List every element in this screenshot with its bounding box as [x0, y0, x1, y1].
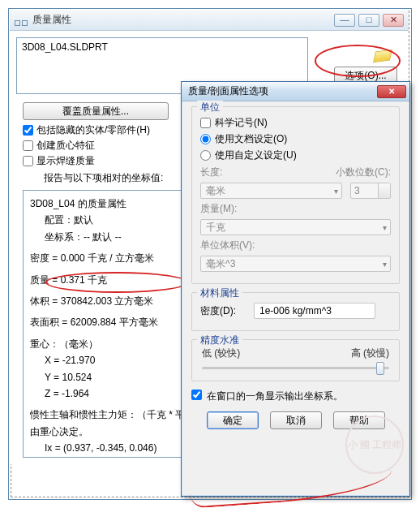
material-group: 材料属性 密度(D): 1e-006 kg/mm^3: [191, 292, 400, 331]
use-custom-radio[interactable]: 使用自定义设定(U): [200, 149, 391, 162]
decimals-spinner[interactable]: 3: [350, 183, 391, 199]
override-mass-button[interactable]: 覆盖质量属性...: [23, 102, 169, 120]
unitvol-label: 单位体积(V):: [200, 239, 255, 252]
precision-legend: 精度水准: [197, 334, 242, 347]
mass-select[interactable]: 千克: [200, 219, 391, 235]
length-label: 长度:: [200, 166, 238, 179]
precision-high-label: 高 (较慢): [351, 347, 389, 360]
help-button[interactable]: 帮助: [333, 411, 385, 429]
file-name-text: 3D08_L04.SLDPRT: [22, 41, 108, 53]
units-legend: 单位: [197, 101, 223, 114]
options-dialog-close[interactable]: ✕: [377, 85, 406, 98]
use-doc-radio[interactable]: 使用文档设定(O): [200, 132, 391, 146]
slider-thumb[interactable]: [376, 362, 384, 375]
length-select[interactable]: 毫米: [200, 183, 342, 199]
options-dialog-title: 质量/剖面属性选项: [188, 84, 268, 98]
minimize-button[interactable]: —: [334, 14, 355, 27]
scale-icon: [15, 15, 28, 26]
show-coord-checkbox[interactable]: 在窗口的一角显示输出坐标系。: [191, 390, 400, 403]
sci-notation-checkbox[interactable]: 科学记号(N): [200, 116, 391, 130]
precision-low-label: 低 (较快): [202, 347, 240, 360]
precision-group: 精度水准 低 (较快) 高 (较慢): [191, 339, 400, 381]
options-dialog-titlebar: 质量/剖面属性选项 ✕: [182, 82, 409, 101]
material-legend: 材料属性: [197, 286, 242, 300]
close-button[interactable]: ✕: [383, 14, 404, 27]
density-label: 密度(D):: [200, 304, 246, 318]
window-title: 质量属性: [32, 13, 71, 27]
part-icon: [373, 50, 392, 63]
mass-props-titlebar: 质量属性 — □ ✕: [10, 10, 409, 31]
unitvol-select[interactable]: 毫米^3: [200, 256, 391, 272]
ok-button[interactable]: 确定: [207, 411, 259, 429]
density-input[interactable]: 1e-006 kg/mm^3: [254, 303, 375, 319]
precision-slider[interactable]: [200, 367, 391, 369]
options-dialog: 质量/剖面属性选项 ✕ 单位 科学记号(N) 使用文档设定(O) 使用自定义设定…: [181, 81, 410, 497]
cancel-button[interactable]: 取消: [270, 411, 322, 429]
decimals-label: 小数位数(C):: [336, 166, 391, 179]
units-group: 单位 科学记号(N) 使用文档设定(O) 使用自定义设定(U) 长度: 小数位数…: [191, 106, 400, 284]
mass-label: 质量(M):: [200, 202, 238, 216]
maximize-button[interactable]: □: [358, 14, 379, 27]
